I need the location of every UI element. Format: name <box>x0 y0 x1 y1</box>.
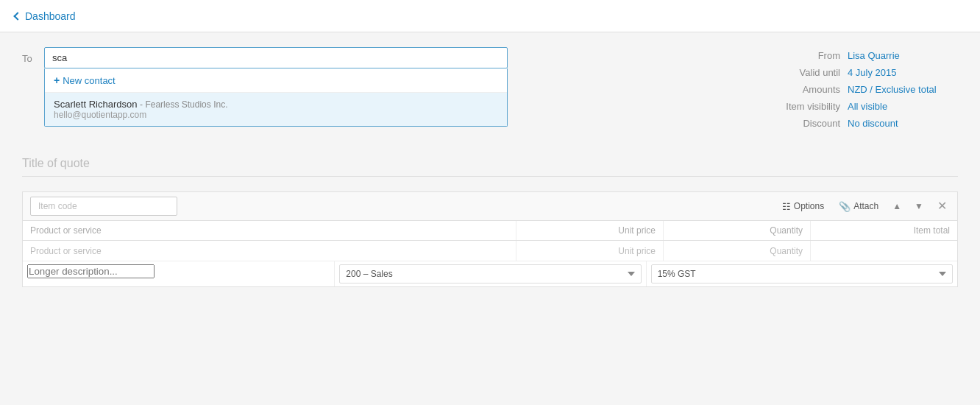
unit-price-input[interactable] <box>524 246 656 256</box>
tax-select[interactable]: 15% GST 0% GST No Tax <box>651 264 953 284</box>
meta-amounts-row: Amounts NZD / Exclusive total <box>537 84 958 95</box>
contact-dropdown: + New contact Scarlett Richardson - Fear… <box>44 68 508 127</box>
chevron-left-icon <box>13 12 21 20</box>
item-total-cell <box>810 241 957 261</box>
to-input[interactable] <box>44 47 508 68</box>
item-total-header: Item total <box>810 221 957 240</box>
meta-valid-until-row: Valid until 4 July 2015 <box>537 67 958 78</box>
plus-icon: + <box>54 74 60 86</box>
product-header: Product or service <box>23 221 516 240</box>
dashboard-back-link[interactable]: Dashboard <box>15 10 76 22</box>
options-label: Options <box>794 201 824 211</box>
quantity-input[interactable] <box>671 246 803 256</box>
tax-cell: 15% GST 0% GST No Tax <box>646 261 957 286</box>
main-content: To + New contact Scarlett Richardson - F… <box>0 32 980 405</box>
attach-button[interactable]: 📎 Attach <box>836 200 881 214</box>
quantity-cell <box>663 241 810 261</box>
right-form: From Lisa Quarrie Valid until 4 July 201… <box>537 47 958 129</box>
unit-price-header: Unit price <box>516 221 663 240</box>
valid-until-label: Valid until <box>800 67 840 78</box>
options-icon: ☷ <box>782 201 791 212</box>
line-item-headers: Product or service Unit price Quantity I… <box>23 221 957 241</box>
account-select[interactable]: 200 – Sales 100 – Sales 300 – Cost of Sa… <box>339 264 641 284</box>
dashboard-label: Dashboard <box>25 10 76 22</box>
line-item-toolbar: ☷ Options 📎 Attach ▲ ▼ ✕ <box>23 192 957 221</box>
new-contact-label: New contact <box>63 75 116 86</box>
account-cell: 200 – Sales 100 – Sales 300 – Cost of Sa… <box>334 261 645 286</box>
toolbar-actions: ☷ Options 📎 Attach ▲ ▼ ✕ <box>779 199 950 214</box>
discount-label: Discount <box>803 118 840 129</box>
item-visibility-label: Item visibility <box>786 101 840 112</box>
item-visibility-value[interactable]: All visible <box>848 101 958 112</box>
amounts-value[interactable]: NZD / Exclusive total <box>848 84 958 95</box>
quantity-header: Quantity <box>663 221 810 240</box>
new-contact-option[interactable]: + New contact <box>45 68 507 93</box>
contact-suggestion-item[interactable]: Scarlett Richardson - Fearless Studios I… <box>45 93 507 126</box>
product-input[interactable] <box>30 246 508 256</box>
line-items-section: ☷ Options 📎 Attach ▲ ▼ ✕ Product or serv… <box>22 191 958 287</box>
meta-discount-row: Discount No discount <box>537 118 958 129</box>
left-form: To + New contact Scarlett Richardson - F… <box>22 47 508 129</box>
to-label: To <box>22 47 37 64</box>
meta-from-row: From Lisa Quarrie <box>537 50 958 61</box>
attach-icon: 📎 <box>839 201 851 212</box>
unit-price-cell <box>516 241 663 261</box>
move-up-button[interactable]: ▲ <box>890 200 903 213</box>
discount-value[interactable]: No discount <box>848 118 958 129</box>
contact-name: Scarlett Richardson - Fearless Studios I… <box>54 99 498 110</box>
line-item-row <box>23 241 957 261</box>
contact-email: hello@quotientapp.com <box>54 110 498 120</box>
to-row: To + New contact Scarlett Richardson - F… <box>22 47 508 68</box>
form-section: To + New contact Scarlett Richardson - F… <box>22 47 958 129</box>
description-input[interactable] <box>27 264 155 278</box>
from-value[interactable]: Lisa Quarrie <box>848 50 958 61</box>
bottom-row: 200 – Sales 100 – Sales 300 – Cost of Sa… <box>23 261 957 286</box>
quote-title-input[interactable] <box>22 151 958 177</box>
product-cell <box>23 241 516 261</box>
attach-label: Attach <box>853 201 878 211</box>
meta-visibility-row: Item visibility All visible <box>537 101 958 112</box>
amounts-label: Amounts <box>803 84 840 95</box>
valid-until-value[interactable]: 4 July 2015 <box>848 67 958 78</box>
item-code-input[interactable] <box>30 197 177 216</box>
from-label: From <box>818 50 840 61</box>
item-total-input[interactable] <box>818 246 950 256</box>
description-cell <box>23 261 334 286</box>
options-button[interactable]: ☷ Options <box>779 200 827 214</box>
move-down-button[interactable]: ▼ <box>912 200 926 213</box>
top-nav: Dashboard <box>0 0 980 32</box>
to-input-container: + New contact Scarlett Richardson - Fear… <box>44 47 508 68</box>
delete-line-button[interactable]: ✕ <box>934 199 950 214</box>
contact-company: - Fearless Studios Inc. <box>140 99 227 110</box>
